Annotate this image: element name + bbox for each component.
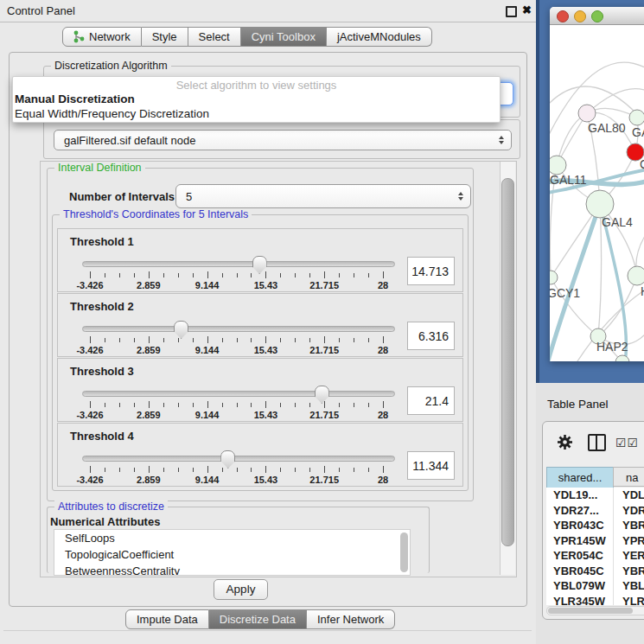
- close-icon[interactable]: ✖: [522, 3, 532, 16]
- threshold-2-value-field[interactable]: 6.316: [407, 322, 455, 350]
- slider-minor-tick: [368, 273, 369, 277]
- network-canvas[interactable]: GAL80 GA C GAL11 GAL4 GCY1 H HAP2: [550, 25, 644, 361]
- list-scrollbar-thumb[interactable]: [400, 532, 408, 572]
- slider-track[interactable]: [82, 261, 395, 267]
- threshold-2-slider[interactable]: -3.4262.8599.14415.4321.71528: [79, 318, 399, 356]
- slider-minor-tick: [251, 273, 252, 277]
- table-row[interactable]: YPR145WYPR1: [546, 533, 644, 549]
- slider-track[interactable]: [82, 456, 395, 462]
- threshold-3-value-field[interactable]: 21.4: [407, 386, 455, 415]
- slider-minor-tick: [354, 403, 354, 407]
- float-window-icon[interactable]: [506, 6, 517, 17]
- slider-tick-label: 28: [378, 345, 388, 355]
- threshold-3-slider[interactable]: -3.4262.8599.14415.4321.71528: [79, 383, 399, 421]
- slider-minor-tick: [222, 468, 223, 472]
- slider-minor-tick: [237, 403, 238, 407]
- dropdown-option-manual[interactable]: Manual Discretization: [13, 92, 500, 106]
- slider-tick-label: 2.859: [137, 410, 161, 420]
- discretization-algorithm-title: Discretization Algorithm: [51, 60, 171, 72]
- node-h[interactable]: [628, 266, 644, 285]
- network-window-titlebar[interactable]: [550, 7, 644, 25]
- dropdown-option-equal-width[interactable]: Equal Width/Frequency Discretization: [13, 106, 500, 121]
- horizontal-scrollbar-track[interactable]: [546, 606, 644, 615]
- slider-tick-label: 28: [378, 475, 388, 485]
- number-of-intervals-combobox[interactable]: 5: [175, 184, 471, 208]
- number-of-intervals-label: Number of Intervals: [69, 190, 175, 203]
- slider-tick-label: 2.859: [137, 345, 161, 355]
- tab-infer-network[interactable]: Infer Network: [307, 609, 395, 629]
- attribute-items: SelfLoopsTopologicalCoefficientBetweenne…: [54, 530, 410, 576]
- table-row[interactable]: YLR345WYLR3: [546, 594, 644, 606]
- attribute-item[interactable]: TopologicalCoefficient: [54, 546, 410, 563]
- threshold-4-slider[interactable]: -3.4262.8599.14415.4321.71528: [79, 448, 399, 486]
- slider-tick-label: -3.426: [76, 345, 103, 355]
- slider-thumb[interactable]: [315, 386, 329, 404]
- table-row[interactable]: YBR043CYBR0: [546, 518, 644, 533]
- tab-network[interactable]: Network: [62, 27, 142, 47]
- slider-major-tick: [324, 401, 325, 408]
- table-row[interactable]: YER054CYER0: [546, 548, 644, 564]
- slider-minor-tick: [339, 468, 340, 472]
- threshold-4-value-field[interactable]: 11.344: [407, 451, 455, 480]
- cell-shared-name: YBR045C: [553, 564, 604, 579]
- apply-button[interactable]: Apply: [214, 579, 268, 600]
- slider-tick-label: 2.859: [137, 475, 161, 485]
- table-row[interactable]: YBR045CYBR0: [546, 564, 644, 579]
- slider-thumb[interactable]: [252, 256, 267, 274]
- horizontal-scrollbar-thumb[interactable]: [548, 608, 633, 614]
- threshold-4-box: Threshold 4 -3.4262.8599.14415.4321.7152…: [57, 423, 463, 487]
- select-columns-icons[interactable]: ☑☑: [615, 436, 639, 450]
- minimize-traffic-light-icon[interactable]: [574, 10, 586, 22]
- slider-tick-label: 21.715: [309, 475, 339, 485]
- tab-select[interactable]: Select: [188, 27, 241, 47]
- column-header-shared-name[interactable]: shared...: [546, 467, 614, 488]
- zoom-traffic-light-icon[interactable]: [591, 10, 603, 22]
- threshold-3-label: Threshold 3: [70, 365, 134, 378]
- table-row[interactable]: YDL19...YDL1: [546, 488, 644, 503]
- tab-select-label: Select: [199, 27, 230, 47]
- tab-jactivemnodules[interactable]: jActiveMNodules: [327, 27, 432, 47]
- slider-minor-tick: [163, 273, 164, 277]
- table-data-combobox[interactable]: galFiltered.sif default node: [54, 130, 512, 150]
- attribute-item[interactable]: SelfLoops: [54, 530, 410, 546]
- tab-style-label: Style: [152, 27, 177, 47]
- slider-tick-label: 15.43: [254, 475, 278, 485]
- column-header-name[interactable]: na: [613, 467, 644, 487]
- slider-track[interactable]: [82, 391, 395, 397]
- tab-impute-data-label: Impute Data: [137, 609, 198, 629]
- app: Control Panel ✖ Network Style Se: [0, 0, 644, 644]
- tab-style[interactable]: Style: [142, 27, 188, 47]
- tab-cyni-toolbox[interactable]: Cyni Toolbox: [241, 27, 327, 47]
- threshold-1-slider[interactable]: -3.4262.8599.14415.4321.71528: [79, 253, 399, 291]
- node-ga[interactable]: [629, 110, 644, 125]
- slider-minor-tick: [251, 468, 252, 472]
- split-panel-icon[interactable]: [588, 434, 606, 451]
- threshold-1-value-field[interactable]: 14.713: [407, 257, 455, 285]
- label-gal11: GAL11: [550, 173, 587, 187]
- cell-shared-name: YDR27...: [553, 503, 599, 519]
- tab-discretize-data[interactable]: Discretize Data: [209, 609, 307, 629]
- label-hap2: HAP2: [596, 340, 628, 354]
- node-gal4[interactable]: [586, 190, 614, 218]
- table-row[interactable]: YDR27...YDR2: [546, 503, 644, 519]
- slider-minor-tick: [134, 403, 135, 407]
- numerical-attributes-list[interactable]: SelfLoopsTopologicalCoefficientBetweenne…: [54, 529, 411, 576]
- gear-icon[interactable]: [557, 434, 573, 454]
- node-gcy1[interactable]: [550, 271, 558, 284]
- dropdown-prompt[interactable]: Select algorithm to view settings: [13, 77, 500, 92]
- slider-thumb[interactable]: [220, 450, 235, 469]
- close-traffic-light-icon[interactable]: [557, 10, 569, 22]
- slider-major-tick: [383, 401, 384, 408]
- slider-thumb[interactable]: [174, 321, 188, 339]
- tab-infer-network-label: Infer Network: [317, 609, 384, 629]
- table-row[interactable]: YBL079WYBL0: [546, 578, 644, 594]
- slider-track[interactable]: [82, 326, 395, 332]
- vertical-scrollbar-thumb[interactable]: [501, 178, 514, 546]
- tab-impute-data[interactable]: Impute Data: [125, 609, 209, 629]
- table-header: shared... na: [546, 467, 644, 487]
- attribute-item[interactable]: BetweennessCentrality: [54, 563, 410, 576]
- node-gal80[interactable]: [578, 105, 596, 122]
- control-panel: Control Panel ✖ Network Style Se: [0, 0, 536, 644]
- node-gal11[interactable]: [550, 156, 566, 175]
- slider-major-tick: [324, 466, 325, 473]
